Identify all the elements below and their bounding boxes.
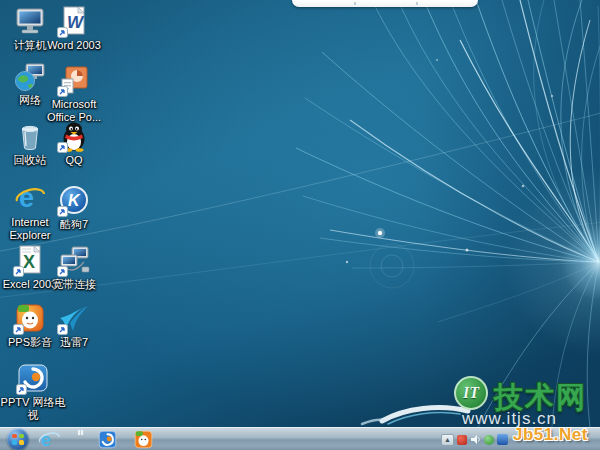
xunlei-bird-icon: [58, 302, 90, 334]
network-icon: [14, 60, 46, 92]
start-button[interactable]: [7, 428, 29, 450]
word-icon: W: [58, 5, 90, 37]
desktop-icon-label: 宽带连接: [52, 278, 96, 291]
shortcut-arrow-icon: [57, 142, 68, 153]
desktop-icon-xunlei[interactable]: 迅雷7: [44, 302, 104, 349]
internet-explorer-icon: e: [38, 429, 60, 450]
desktop-icon-label: 迅雷7: [60, 336, 88, 349]
tray-green-app-icon[interactable]: [484, 435, 494, 445]
powerpoint-icon: [58, 64, 90, 96]
system-tray: ▲: [441, 428, 508, 450]
desktop-icon-label: PPTV 网络电视: [0, 396, 66, 421]
pptv-icon: [98, 430, 117, 449]
taskbar-divider-grip[interactable]: [77, 429, 85, 435]
internet-explorer-icon: e: [14, 182, 46, 214]
shortcut-arrow-icon: [57, 266, 68, 277]
taskbar-internet-explorer-button[interactable]: e: [36, 428, 62, 450]
pps-icon: [134, 430, 153, 449]
svg-text:K: K: [68, 192, 81, 209]
tray-network-icon[interactable]: [497, 434, 508, 445]
kugou-icon: K: [58, 184, 90, 216]
window-edge-tick: [416, 2, 418, 5]
desktop-icon-broadband[interactable]: 宽带连接: [44, 244, 104, 291]
excel-icon: X: [14, 244, 46, 276]
computer-icon: [14, 5, 46, 37]
desktop-icon-powerpoint[interactable]: Microsoft Office Po...: [44, 64, 104, 123]
shortcut-arrow-icon: [16, 384, 27, 395]
desktop: 计算机 W Word 2003: [0, 0, 600, 450]
shortcut-arrow-icon: [57, 86, 68, 97]
volume-icon[interactable]: [470, 434, 481, 445]
desktop-icon-qq[interactable]: QQ: [44, 120, 104, 167]
qq-penguin-icon: [58, 120, 90, 152]
desktop-icon-label: Word 2003: [47, 39, 101, 52]
svg-text:e: e: [19, 183, 34, 213]
hidden-window-edge[interactable]: [292, 0, 478, 7]
desktop-icon-label: QQ: [65, 154, 82, 167]
desktop-icon-label: 回收站: [14, 154, 47, 167]
taskbar-pps-button[interactable]: [134, 430, 153, 449]
svg-text:X: X: [23, 252, 35, 272]
shortcut-arrow-icon: [57, 27, 68, 38]
taskbar-pptv-button[interactable]: [98, 430, 117, 449]
desktop-icon-label: 计算机: [14, 39, 47, 52]
shortcut-arrow-icon: [57, 324, 68, 335]
broadband-icon: [58, 244, 90, 276]
shortcut-arrow-icon: [13, 266, 24, 277]
shortcut-arrow-icon: [57, 206, 68, 217]
desktop-icon-pptv[interactable]: PPTV 网络电视: [0, 362, 66, 421]
window-edge-tick: [354, 2, 356, 5]
svg-text:W: W: [67, 13, 85, 32]
pptv-icon: [17, 362, 49, 394]
taskbar: e ▲: [0, 427, 600, 450]
shortcut-arrow-icon: [13, 324, 24, 335]
desktop-icon-word[interactable]: W Word 2003: [44, 5, 104, 52]
pps-icon: [14, 302, 46, 334]
recycle-bin-icon: [14, 120, 46, 152]
desktop-icon-kugou[interactable]: K 酷狗7: [44, 184, 104, 231]
tray-red-app-icon[interactable]: [457, 435, 467, 445]
desktop-icon-label: 网络: [19, 94, 41, 107]
show-hidden-icons-button[interactable]: ▲: [441, 434, 454, 446]
windows-flag-icon: [12, 434, 24, 445]
desktop-icon-label: 酷狗7: [60, 218, 88, 231]
